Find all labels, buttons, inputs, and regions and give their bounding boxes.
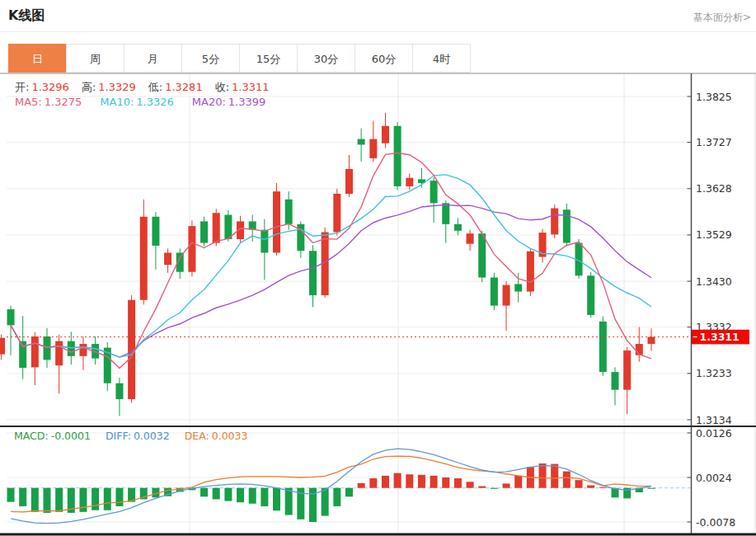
macd-bar bbox=[358, 483, 365, 488]
macd-bar bbox=[406, 474, 413, 487]
candle bbox=[333, 194, 340, 233]
header: K线图 基本面分析> bbox=[0, 0, 756, 32]
candle bbox=[115, 383, 123, 399]
macd-axis-label: 0.0126 bbox=[696, 427, 732, 440]
macd-bar bbox=[224, 488, 232, 501]
candle bbox=[164, 252, 171, 265]
candle bbox=[285, 200, 293, 224]
macd-bar bbox=[478, 487, 486, 488]
candle bbox=[587, 275, 594, 315]
candle bbox=[261, 230, 268, 253]
macd-legend: MACD:-0.0001DIFF:0.0032DEA:0.0033 bbox=[14, 430, 247, 442]
macd-bar bbox=[285, 488, 293, 515]
macd-bar bbox=[394, 473, 401, 488]
price-axis-label: 1.3628 bbox=[696, 182, 732, 195]
candle bbox=[7, 309, 15, 325]
candle bbox=[406, 178, 413, 186]
candle bbox=[623, 350, 631, 390]
macd-bar bbox=[92, 488, 99, 510]
price-axis-label: 1.3825 bbox=[696, 91, 732, 103]
ma10-value: MA10:1.3326 bbox=[100, 96, 174, 108]
macd-bar bbox=[115, 488, 123, 506]
candle bbox=[394, 126, 401, 186]
candle bbox=[514, 284, 522, 291]
macd-bar bbox=[273, 488, 280, 511]
macd-value: MACD:-0.0001 bbox=[14, 430, 91, 442]
macd-bar bbox=[442, 477, 449, 488]
current-price-label: 1.3311 bbox=[700, 331, 740, 343]
macd-bar bbox=[418, 475, 425, 488]
candle bbox=[55, 341, 63, 365]
tab-day[interactable]: 日 bbox=[8, 44, 67, 73]
price-axis-label: 1.3430 bbox=[696, 275, 732, 288]
macd-bar bbox=[491, 488, 498, 489]
macd-bar bbox=[503, 483, 510, 487]
macd-bar bbox=[575, 480, 583, 488]
period-tabs: 日周月5分15分30分60分4时 bbox=[8, 44, 471, 73]
ohlc-legend: 开:1.3296高:1.3329低:1.3281收:1.3311 bbox=[15, 80, 270, 95]
tab-15min[interactable]: 15分 bbox=[239, 44, 298, 73]
candle bbox=[200, 221, 208, 242]
price-axis-label: 1.3529 bbox=[696, 228, 732, 241]
macd-bar bbox=[31, 488, 39, 512]
price-axis-label: 1.3727 bbox=[696, 136, 732, 148]
candle bbox=[478, 233, 486, 277]
candle bbox=[527, 252, 534, 292]
tab-4hour[interactable]: 4时 bbox=[412, 44, 471, 73]
candle bbox=[68, 341, 75, 356]
candle bbox=[43, 336, 50, 360]
macd-bar bbox=[551, 464, 558, 488]
price-axis-label: 1.3233 bbox=[696, 367, 732, 379]
fundamental-analysis-link[interactable]: 基本面分析> bbox=[693, 11, 751, 25]
ma5-value: MA5:1.3275 bbox=[15, 96, 82, 108]
macd-bar bbox=[333, 488, 340, 506]
macd-bar bbox=[430, 476, 438, 488]
candle bbox=[647, 337, 655, 345]
ohlc-open: 开:1.3296 bbox=[15, 80, 69, 95]
candle bbox=[213, 213, 220, 242]
macd-bar bbox=[322, 488, 329, 516]
candle bbox=[454, 224, 462, 231]
macd-bar bbox=[647, 488, 655, 489]
tab-30min[interactable]: 30分 bbox=[297, 44, 355, 73]
candle bbox=[358, 139, 365, 145]
candle bbox=[152, 217, 159, 246]
macd-bar bbox=[563, 472, 571, 488]
candle bbox=[491, 278, 498, 306]
macd-bar bbox=[539, 463, 547, 488]
candle bbox=[31, 336, 39, 367]
candle bbox=[188, 226, 195, 272]
macd-bar bbox=[237, 488, 244, 502]
candle bbox=[79, 344, 87, 356]
candle bbox=[503, 285, 510, 306]
macd-bar bbox=[7, 488, 15, 502]
dea-value: DEA:0.0033 bbox=[185, 430, 248, 442]
candle bbox=[19, 341, 26, 368]
candle bbox=[345, 169, 353, 194]
macd-bar bbox=[200, 488, 208, 497]
tab-60min[interactable]: 60分 bbox=[355, 44, 413, 73]
diff-value: DIFF:0.0032 bbox=[106, 430, 170, 442]
ma10-line bbox=[11, 175, 651, 357]
candle bbox=[0, 338, 5, 355]
macd-bar bbox=[514, 476, 522, 488]
ma-legend: MA5:1.3275MA10:1.3326MA20:1.3399 bbox=[15, 96, 265, 108]
candle bbox=[140, 217, 148, 300]
macd-bar bbox=[467, 482, 474, 487]
candle bbox=[273, 191, 280, 252]
macd-bar bbox=[213, 488, 220, 500]
macd-bar bbox=[454, 478, 462, 488]
candle bbox=[430, 181, 438, 203]
tab-week[interactable]: 周 bbox=[66, 44, 124, 73]
candle bbox=[224, 215, 232, 239]
ma5-line bbox=[11, 153, 651, 369]
page-title: K线图 bbox=[8, 7, 45, 25]
price-axis-label: 1.3134 bbox=[696, 414, 732, 426]
candle bbox=[467, 233, 474, 243]
candle bbox=[599, 322, 607, 372]
macd-bar bbox=[19, 488, 26, 506]
ma20-value: MA20:1.3399 bbox=[192, 96, 266, 108]
tab-5min[interactable]: 5分 bbox=[181, 44, 240, 73]
tab-month[interactable]: 月 bbox=[124, 44, 182, 73]
ohlc-low: 低:1.3281 bbox=[148, 80, 203, 95]
